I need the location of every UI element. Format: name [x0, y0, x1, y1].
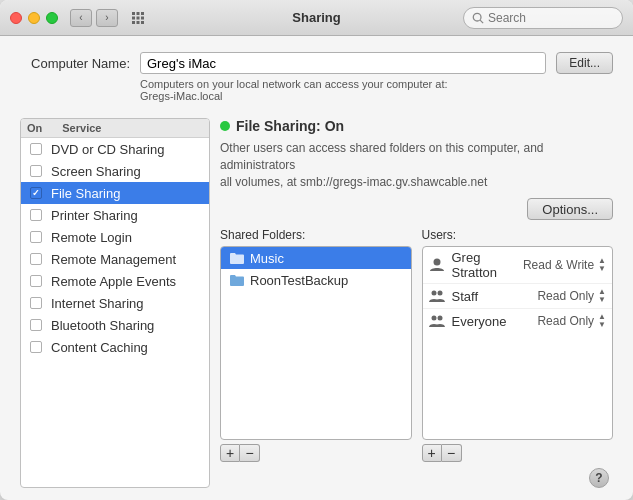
user-name-everyone: Everyone [452, 314, 538, 329]
options-row: Options... [220, 198, 613, 220]
options-button[interactable]: Options... [527, 198, 613, 220]
sidebar-item-remote-login[interactable]: Remote Login [21, 226, 209, 248]
sidebar-item-internet-sharing[interactable]: Internet Sharing [21, 292, 209, 314]
checkbox-screen[interactable] [27, 165, 45, 177]
checkbox-printer[interactable] [27, 209, 45, 221]
sidebar-item-printer-sharing[interactable]: Printer Sharing [21, 204, 209, 226]
add-folder-button[interactable]: + [220, 444, 240, 462]
remove-user-button[interactable]: − [442, 444, 462, 462]
checkbox-bluetooth-box [30, 319, 42, 331]
edit-button[interactable]: Edit... [556, 52, 613, 74]
sidebar-item-file-sharing[interactable]: File Sharing [21, 182, 209, 204]
computer-name-label: Computer Name: [20, 52, 130, 71]
user-perm-greg: Read & Write [523, 258, 594, 272]
user-name-greg: Greg Stratton [452, 250, 523, 280]
sidebar-label-apple-events: Remote Apple Events [51, 274, 176, 289]
forward-button[interactable]: › [96, 9, 118, 27]
sidebar-item-bluetooth-sharing[interactable]: Bluetooth Sharing [21, 314, 209, 336]
checkbox-apple-events[interactable] [27, 275, 45, 287]
checkbox-file[interactable] [27, 187, 45, 199]
svg-point-11 [433, 259, 440, 266]
perm-arrows-staff[interactable]: ▲ ▼ [598, 288, 606, 304]
checkbox-dvd-box [30, 143, 42, 155]
user-icon-greg [429, 256, 447, 274]
folders-users-area: Shared Folders: Music [220, 228, 613, 462]
computer-name-input-row: Edit... [140, 52, 613, 74]
perm-arrows-greg[interactable]: ▲ ▼ [598, 257, 606, 273]
svg-rect-3 [132, 16, 135, 19]
checkbox-remote-login-box [30, 231, 42, 243]
folder-item-roon[interactable]: RoonTestBackup [221, 269, 411, 291]
status-text: File Sharing: On [236, 118, 344, 134]
checkbox-printer-box [30, 209, 42, 221]
sidebar-item-remote-management[interactable]: Remote Management [21, 248, 209, 270]
checkbox-file-box [30, 187, 42, 199]
sidebar-label-internet: Internet Sharing [51, 296, 144, 311]
local-address: Gregs-iMac.local [140, 90, 223, 102]
sidebar-item-screen-sharing[interactable]: Screen Sharing [21, 160, 209, 182]
computer-name-input[interactable] [140, 52, 546, 74]
add-user-button[interactable]: + [422, 444, 442, 462]
checkbox-remote-mgmt-box [30, 253, 42, 265]
svg-point-12 [431, 291, 436, 296]
svg-point-13 [437, 291, 442, 296]
checkbox-dvd[interactable] [27, 143, 45, 155]
status-description: Other users can access shared folders on… [220, 140, 613, 190]
sidebar-label-remote-mgmt: Remote Management [51, 252, 176, 267]
sidebar-label-bluetooth: Bluetooth Sharing [51, 318, 154, 333]
detail-panel: File Sharing: On Other users can access … [220, 118, 613, 488]
sidebar-label-file: File Sharing [51, 186, 120, 201]
svg-line-10 [480, 20, 483, 23]
sidebar-item-content-caching[interactable]: Content Caching [21, 336, 209, 358]
computer-name-row: Computer Name: Edit... Computers on your… [20, 52, 613, 102]
svg-point-9 [473, 13, 481, 21]
traffic-lights [10, 12, 58, 24]
checkbox-remote-mgmt[interactable] [27, 253, 45, 265]
users-list[interactable]: Greg Stratton Read & Write ▲ ▼ [422, 246, 614, 440]
search-bar[interactable] [463, 7, 623, 29]
user-perm-staff: Read Only [537, 289, 594, 303]
sidebar-label-content: Content Caching [51, 340, 148, 355]
status-dot [220, 121, 230, 131]
user-row-staff[interactable]: Staff Read Only ▲ ▼ [423, 284, 613, 309]
checkbox-internet[interactable] [27, 297, 45, 309]
user-list-controls: + − [422, 444, 614, 462]
shared-folders-label: Shared Folders: [220, 228, 412, 242]
status-row: File Sharing: On [220, 118, 613, 134]
user-row-everyone[interactable]: Everyone Read Only ▲ ▼ [423, 309, 613, 333]
maximize-button[interactable] [46, 12, 58, 24]
remove-folder-button[interactable]: − [240, 444, 260, 462]
services-sidebar: On Service DVD or CD Sharing Screen Shar… [20, 118, 210, 488]
close-button[interactable] [10, 12, 22, 24]
checkbox-internet-box [30, 297, 42, 309]
svg-rect-0 [132, 12, 135, 15]
users-section: Users: Greg Stratton Read [422, 228, 614, 462]
sidebar-col-service: Service [62, 122, 101, 134]
user-name-staff: Staff [452, 289, 538, 304]
svg-point-14 [431, 316, 436, 321]
sidebar-label-dvd: DVD or CD Sharing [51, 142, 164, 157]
help-button[interactable]: ? [589, 468, 609, 488]
checkbox-screen-box [30, 165, 42, 177]
user-row-greg[interactable]: Greg Stratton Read & Write ▲ ▼ [423, 247, 613, 284]
lower-area: On Service DVD or CD Sharing Screen Shar… [20, 118, 613, 488]
folder-item-music[interactable]: Music [221, 247, 411, 269]
app-grid-button[interactable] [126, 6, 150, 30]
minimize-button[interactable] [28, 12, 40, 24]
checkbox-content[interactable] [27, 341, 45, 353]
perm-arrows-everyone[interactable]: ▲ ▼ [598, 313, 606, 329]
sidebar-label-remote-login: Remote Login [51, 230, 132, 245]
svg-point-15 [437, 316, 442, 321]
back-button[interactable]: ‹ [70, 9, 92, 27]
user-perm-everyone: Read Only [537, 314, 594, 328]
svg-rect-6 [132, 21, 135, 24]
checkbox-bluetooth[interactable] [27, 319, 45, 331]
sidebar-item-dvd-sharing[interactable]: DVD or CD Sharing [21, 138, 209, 160]
folder-name-music: Music [250, 251, 284, 266]
folders-list[interactable]: Music RoonTestBackup [220, 246, 412, 440]
svg-rect-1 [137, 12, 140, 15]
search-input[interactable] [488, 11, 614, 25]
checkbox-remote-login[interactable] [27, 231, 45, 243]
sidebar-item-remote-apple-events[interactable]: Remote Apple Events [21, 270, 209, 292]
search-icon [472, 12, 484, 24]
